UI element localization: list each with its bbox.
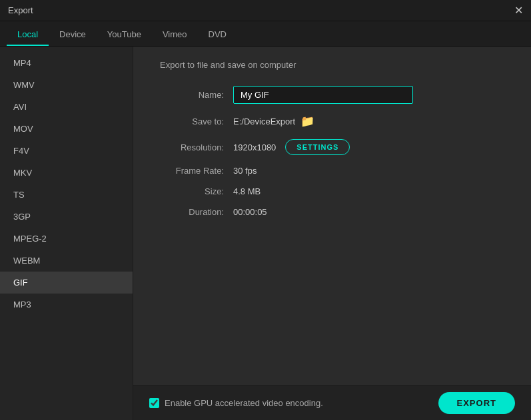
resolution-value-row: 1920x1080 SETTINGS — [233, 139, 350, 155]
export-button[interactable]: EXPORT — [438, 392, 515, 414]
size-row: Size: 4.8 MB — [160, 186, 504, 196]
tab-device[interactable]: Device — [49, 24, 97, 46]
sidebar-item-gif[interactable]: GIF — [0, 272, 133, 294]
close-button[interactable]: ✕ — [514, 5, 523, 16]
folder-icon[interactable]: 📁 — [300, 114, 314, 128]
bottom-bar: Enable GPU accelerated video encoding. E… — [133, 385, 531, 420]
sidebar-item-3gp[interactable]: 3GP — [0, 206, 133, 228]
tab-bar: Local Device YouTube Vimeo DVD — [0, 21, 531, 47]
tab-dvd[interactable]: DVD — [198, 24, 237, 46]
resolution-row: Resolution: 1920x1080 SETTINGS — [160, 139, 504, 155]
duration-label: Duration: — [160, 207, 233, 217]
save-to-row: Save to: E:/DeviceExport 📁 — [160, 114, 504, 128]
gpu-checkbox-row: Enable GPU accelerated video encoding. — [149, 398, 323, 408]
sidebar-item-mov[interactable]: MOV — [0, 118, 133, 140]
sidebar: MP4 WMV AVI MOV F4V MKV TS 3GP MPEG-2 WE… — [0, 47, 133, 420]
save-to-box: E:/DeviceExport 📁 — [233, 114, 314, 128]
title-bar: Export ✕ — [0, 0, 531, 21]
tab-local[interactable]: Local — [7, 24, 49, 46]
sidebar-item-mpeg2[interactable]: MPEG-2 — [0, 228, 133, 250]
sidebar-item-ts[interactable]: TS — [0, 184, 133, 206]
frame-rate-row: Frame Rate: 30 fps — [160, 166, 504, 176]
gpu-checkbox[interactable] — [149, 398, 159, 408]
name-input[interactable] — [233, 86, 413, 104]
sidebar-item-avi[interactable]: AVI — [0, 96, 133, 118]
dialog-title: Export — [8, 5, 33, 15]
size-label: Size: — [160, 186, 233, 196]
sidebar-item-f4v[interactable]: F4V — [0, 140, 133, 162]
main-layout: MP4 WMV AVI MOV F4V MKV TS 3GP MPEG-2 WE… — [0, 47, 531, 420]
content-area: Export to file and save on computer Name… — [133, 47, 531, 420]
frame-rate-label: Frame Rate: — [160, 166, 233, 176]
resolution-label: Resolution: — [160, 142, 233, 152]
gpu-label: Enable GPU accelerated video encoding. — [165, 398, 323, 408]
tab-youtube[interactable]: YouTube — [97, 24, 152, 46]
resolution-value: 1920x1080 — [233, 142, 276, 152]
name-label: Name: — [160, 90, 233, 100]
settings-button[interactable]: SETTINGS — [285, 139, 350, 155]
duration-row: Duration: 00:00:05 — [160, 207, 504, 217]
export-description: Export to file and save on computer — [160, 60, 504, 70]
sidebar-item-webm[interactable]: WEBM — [0, 250, 133, 272]
sidebar-item-mkv[interactable]: MKV — [0, 162, 133, 184]
size-value: 4.8 MB — [233, 186, 261, 196]
sidebar-item-wmv[interactable]: WMV — [0, 74, 133, 96]
tab-vimeo[interactable]: Vimeo — [152, 24, 198, 46]
name-row: Name: — [160, 86, 504, 104]
duration-value: 00:00:05 — [233, 207, 267, 217]
sidebar-item-mp3[interactable]: MP3 — [0, 294, 133, 315]
frame-rate-value: 30 fps — [233, 166, 257, 176]
save-to-path: E:/DeviceExport — [233, 116, 295, 126]
save-to-label: Save to: — [160, 116, 233, 126]
sidebar-item-mp4[interactable]: MP4 — [0, 52, 133, 74]
